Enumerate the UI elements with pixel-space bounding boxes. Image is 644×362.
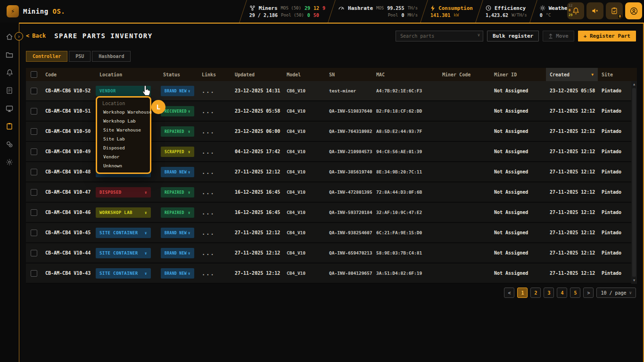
dropdown-option-disposed[interactable]: Disposed: [97, 143, 150, 152]
location-select[interactable]: SITE CONTAINER∨: [96, 248, 151, 258]
links-menu[interactable]: ...: [198, 189, 231, 196]
mac-cell: 8E:34:9B:20:7C:11: [372, 169, 438, 174]
pagination-next-button[interactable]: >: [583, 288, 594, 298]
location-select[interactable]: DISPOSED∨: [96, 187, 151, 197]
bell-icon: [572, 7, 579, 15]
tab-controller[interactable]: Controller: [26, 51, 67, 62]
dropdown-option-vendor[interactable]: Vendor: [97, 152, 150, 161]
row-checkbox[interactable]: [31, 128, 37, 135]
select-all-checkbox[interactable]: [31, 71, 37, 78]
move-button[interactable]: Move: [543, 31, 574, 41]
column-header-site[interactable]: Site: [598, 72, 631, 77]
location-select[interactable]: SITE CONTAINER∨: [96, 268, 151, 279]
mac-cell: 58:9E:03:7B:C4:81: [372, 250, 438, 255]
scroll-up-icon[interactable]: ▲: [633, 81, 635, 88]
sidebar-item-folder[interactable]: [3, 48, 16, 61]
tasks-button[interactable]: 0: [606, 2, 623, 19]
status-select[interactable]: RECOVERED∨: [161, 106, 194, 116]
row-checkbox[interactable]: [31, 148, 37, 155]
column-header-created[interactable]: Created ▼: [546, 68, 598, 81]
sidebar-item-tools[interactable]: [3, 138, 16, 151]
pagination-page-4[interactable]: 4: [557, 288, 567, 298]
bulk-register-button[interactable]: Bulk register: [487, 31, 539, 41]
column-header-location[interactable]: Location: [96, 72, 159, 77]
tab-psu[interactable]: PSU: [69, 51, 91, 62]
links-menu[interactable]: ...: [198, 128, 231, 135]
status-select[interactable]: SCRAPPED∨: [161, 147, 194, 157]
search-input[interactable]: [396, 31, 483, 41]
register-part-button[interactable]: + Register Part: [578, 31, 636, 41]
links-menu[interactable]: ...: [198, 209, 231, 216]
location-select[interactable]: WORKSHOP LAB∨: [96, 207, 151, 218]
dropdown-option-workshop-lab[interactable]: Workshop Lab: [97, 116, 150, 125]
pagination-prev-button[interactable]: <: [504, 288, 514, 298]
pagination-page-5[interactable]: 5: [570, 288, 580, 298]
links-menu[interactable]: ...: [198, 169, 231, 175]
column-header-miner-id[interactable]: Miner ID: [490, 72, 546, 77]
status-select[interactable]: REPAIRED∨: [161, 207, 194, 218]
scrollbar-thumb[interactable]: [632, 88, 636, 277]
column-header-links[interactable]: Links: [198, 72, 231, 77]
status-select[interactable]: REPAIRED∨: [161, 187, 194, 197]
consumption-unit: kW: [454, 13, 459, 17]
model-cell: CB4_V10: [283, 271, 325, 276]
status-select[interactable]: BRAND NEW∨: [161, 268, 194, 279]
row-checkbox[interactable]: [31, 209, 37, 216]
row-checkbox[interactable]: [31, 169, 37, 175]
column-header-updated[interactable]: Updated: [231, 72, 283, 77]
pagination-page-3[interactable]: 3: [544, 288, 554, 298]
part-code: CB-AM-CB6_V10-52: [41, 88, 96, 93]
table-scrollbar[interactable]: ▲ ▼: [631, 81, 637, 284]
column-header-miner-code[interactable]: Miner Code: [438, 72, 490, 77]
sidebar-item-inventory[interactable]: [3, 120, 16, 133]
dropdown-option-workshop-warehouse[interactable]: Workshop Warehouse: [97, 107, 150, 116]
pagination-page-1[interactable]: 1: [517, 288, 528, 298]
links-menu[interactable]: ...: [198, 148, 231, 155]
location-select[interactable]: SITE CONTAINER∨: [96, 228, 151, 238]
row-checkbox[interactable]: [31, 189, 37, 196]
row-checkbox[interactable]: [31, 108, 37, 115]
table-row[interactable]: CB-AM-CB4_V10-46WORKSHOP LAB∨REPAIRED∨..…: [26, 203, 637, 223]
pagination-page-2[interactable]: 2: [530, 288, 541, 298]
status-select[interactable]: BRAND NEW∨: [161, 86, 194, 96]
sidebar-item-home[interactable]: [3, 30, 16, 43]
tab-hashboard[interactable]: Hashboard: [92, 51, 131, 62]
column-header-model[interactable]: Model: [283, 72, 325, 77]
row-checkbox[interactable]: [31, 270, 37, 277]
sidebar-item-monitor[interactable]: [3, 102, 16, 115]
column-header-mac[interactable]: MAC: [372, 72, 438, 77]
row-checkbox[interactable]: [31, 250, 37, 256]
links-menu[interactable]: ...: [198, 108, 231, 115]
status-select[interactable]: BRAND NEW∨: [161, 248, 194, 258]
links-menu[interactable]: ...: [198, 88, 231, 94]
dropdown-option-unknown[interactable]: Unknown: [97, 161, 150, 170]
sidebar-item-settings[interactable]: [3, 156, 16, 169]
status-select[interactable]: REPAIRED∨: [161, 126, 194, 137]
column-header-sn[interactable]: SN: [325, 72, 372, 77]
back-button[interactable]: < Back: [26, 33, 46, 39]
row-checkbox[interactable]: [31, 88, 37, 94]
links-menu[interactable]: ...: [198, 230, 231, 236]
scroll-down-icon[interactable]: ▼: [633, 277, 635, 284]
sidebar-item-reports[interactable]: [3, 84, 16, 97]
table-row[interactable]: CB-AM-CB4_V10-43SITE CONTAINER∨BRAND NEW…: [26, 263, 637, 284]
mute-button[interactable]: [586, 2, 603, 19]
column-header-code[interactable]: Code: [41, 72, 96, 77]
status-select[interactable]: BRAND NEW∨: [161, 228, 194, 238]
dropdown-option-site-lab[interactable]: Site Lab: [97, 134, 150, 143]
links-menu[interactable]: ...: [198, 250, 231, 256]
account-button[interactable]: [625, 2, 642, 19]
table-row[interactable]: CB-AM-CB4_V10-44SITE CONTAINER∨BRAND NEW…: [26, 243, 637, 263]
page-size-select[interactable]: 10 / page∨: [596, 288, 636, 298]
sidebar-item-notifications[interactable]: [3, 66, 16, 79]
column-header-status[interactable]: Status: [159, 72, 198, 77]
dropdown-option-site-warehouse[interactable]: Site Warehouse: [97, 125, 150, 134]
notifications-button[interactable]: 12 0 29: [567, 2, 584, 19]
sidebar-expand-button[interactable]: ›: [15, 32, 23, 41]
table-row[interactable]: CB-AM-CB4_V10-47DISPOSED∨REPAIRED∨...16-…: [26, 182, 637, 203]
status-select[interactable]: BRAND NEW∨: [161, 167, 194, 177]
site-cell: Pintado: [598, 189, 631, 195]
table-row[interactable]: CB-AM-CB4_V10-45SITE CONTAINER∨BRAND NEW…: [26, 223, 637, 243]
row-checkbox[interactable]: [31, 230, 37, 236]
links-menu[interactable]: ...: [198, 270, 231, 277]
